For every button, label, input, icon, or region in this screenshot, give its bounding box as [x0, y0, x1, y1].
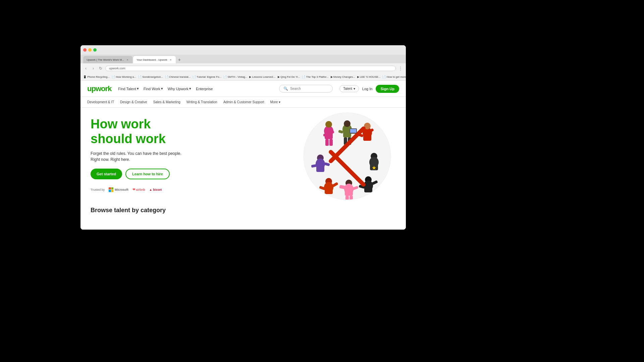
hero-title-line1: How work — [91, 117, 218, 132]
tab-dashboard[interactable]: Your Dashboard - Upwork × — [133, 56, 176, 63]
search-icon: 🔍 — [283, 86, 288, 91]
tab-2-label: Your Dashboard - Upwork — [137, 58, 167, 61]
browser-window: Upwork | The World's Work M... × Your Da… — [80, 45, 406, 230]
svg-rect-42 — [345, 196, 349, 201]
ms-grid-icon — [109, 187, 113, 192]
back-button[interactable]: ‹ — [83, 66, 89, 71]
bookmarks-bar: 📱 Phone Recycling... 📄 How Working a... … — [80, 73, 406, 81]
talent-label: Talent — [343, 87, 352, 90]
search-bar[interactable]: 🔍 — [279, 85, 333, 93]
bookmark-12[interactable]: 📄 How to get more... — [382, 75, 406, 78]
ms-sq-1 — [109, 187, 111, 190]
hero-buttons: Get started Learn how to hire — [91, 169, 218, 179]
svg-rect-43 — [350, 196, 353, 201]
tab-upwork[interactable]: Upwork | The World's Work M... × — [83, 56, 132, 63]
svg-point-3 — [325, 121, 332, 128]
bookmark-4[interactable]: 📄 Chinese translat... — [165, 75, 191, 78]
find-work-dropdown-icon: ▾ — [161, 86, 163, 91]
talent-dropdown[interactable]: Talent ▾ — [339, 85, 359, 92]
svg-rect-8 — [329, 139, 333, 146]
svg-rect-46 — [364, 184, 372, 192]
search-input[interactable] — [290, 87, 328, 90]
talent-chevron-icon: ▾ — [354, 87, 355, 90]
maximize-button[interactable] — [93, 48, 97, 52]
svg-rect-5 — [323, 134, 328, 136]
airbnb-icon: ❤ — [132, 188, 135, 191]
address-bar: ‹ › ↻ upwork.com ⋮ — [80, 63, 406, 73]
svg-rect-20 — [363, 131, 371, 141]
hero-title-line2: should work — [91, 132, 218, 146]
new-tab-button[interactable]: + — [176, 57, 182, 63]
svg-text:★: ★ — [372, 165, 376, 171]
cat-more[interactable]: More ▾ — [270, 100, 281, 104]
hero-subtitle: Forget the old rules. You can have the b… — [91, 150, 218, 163]
ms-sq-3 — [109, 190, 111, 192]
nav-actions: Talent ▾ Log In Sign Up — [339, 85, 399, 93]
bookmark-11[interactable]: ▶ LEE 'S HOUSE... — [357, 75, 381, 78]
bisset-logo: ▲ bisset — [149, 188, 162, 191]
find-work-nav[interactable]: Find Work ▾ — [144, 86, 163, 91]
svg-rect-39 — [345, 188, 353, 196]
tab-2-close[interactable]: × — [169, 58, 172, 61]
page-content: upwork Find Talent ▾ Find Work ▾ Why Upw… — [80, 81, 406, 230]
why-upwork-dropdown-icon: ▾ — [189, 86, 191, 91]
bookmark-9[interactable]: 📄 The Top 3 Platfor... — [302, 75, 328, 78]
enterprise-label: Enterprise — [196, 87, 213, 91]
svg-rect-7 — [325, 139, 329, 146]
browser-titlebar — [80, 45, 406, 55]
cat-writing[interactable]: Writing & Translation — [186, 100, 217, 104]
bookmark-3[interactable]: 📄 Sonderangebot... — [138, 75, 163, 78]
find-work-label: Find Work — [144, 87, 160, 91]
hero-section: How work should work Forget the old rule… — [80, 108, 406, 201]
bisset-text: ▲ bisset — [149, 188, 162, 191]
get-started-button[interactable]: Get started — [91, 169, 122, 179]
find-talent-nav[interactable]: Find Talent ▾ — [118, 86, 139, 91]
upwork-logo[interactable]: upwork — [87, 84, 111, 93]
microsoft-text: Microsoft — [115, 188, 128, 191]
tab-1-close[interactable]: × — [126, 58, 129, 61]
hero-svg: ★ — [302, 111, 392, 201]
airbnb-logo: ❤ airbnb — [132, 188, 145, 191]
bookmark-8[interactable]: ▶ Qing Fei De Yi... — [278, 75, 300, 78]
bookmark-6[interactable]: 📄 SMTH - Vintag... — [223, 75, 247, 78]
bookmark-5[interactable]: 📄 Tutorial: Eigene Fo... — [193, 75, 221, 78]
why-upwork-label: Why Upwork — [168, 87, 189, 91]
hero-subtitle-line2: Right now. Right here. — [91, 157, 218, 163]
close-button[interactable] — [83, 48, 87, 52]
bookmark-2[interactable]: 📄 How Working a... — [112, 75, 136, 78]
cat-more-label: More — [270, 100, 278, 104]
cat-dev-it[interactable]: Development & IT — [87, 100, 114, 104]
extensions-button[interactable]: ⋮ — [398, 66, 403, 71]
forward-button[interactable]: › — [91, 66, 96, 71]
hero-subtitle-line1: Forget the old rules. You can have the b… — [91, 150, 218, 157]
cat-more-icon: ▾ — [279, 100, 280, 104]
ms-sq-4 — [111, 190, 114, 192]
find-talent-dropdown-icon: ▾ — [137, 86, 139, 91]
category-nav: Development & IT Design & Creative Sales… — [80, 97, 406, 108]
svg-rect-34 — [325, 186, 333, 194]
url-bar[interactable]: upwork.com — [105, 66, 396, 71]
bookmark-1[interactable]: 📱 Phone Recycling... — [83, 75, 110, 78]
svg-rect-17 — [350, 129, 356, 133]
cat-sales[interactable]: Sales & Marketing — [153, 100, 180, 104]
hero-title: How work should work — [91, 117, 218, 146]
airbnb-text: airbnb — [136, 188, 145, 191]
minimize-button[interactable] — [88, 48, 92, 52]
tab-1-label: Upwork | The World's Work M... — [87, 58, 124, 61]
cat-design[interactable]: Design & Creative — [120, 100, 147, 104]
svg-point-10 — [344, 120, 351, 127]
main-navbar: upwork Find Talent ▾ Find Work ▾ Why Upw… — [80, 81, 406, 97]
learn-how-button[interactable]: Learn how to hire — [125, 169, 170, 179]
cat-admin[interactable]: Admin & Customer Support — [223, 100, 264, 104]
bookmark-10[interactable]: ▶ Money Changes... — [331, 75, 355, 78]
why-upwork-nav[interactable]: Why Upwork ▾ — [168, 86, 191, 91]
bookmark-7[interactable]: ▶ Lessons Learned:... — [249, 75, 276, 78]
svg-rect-25 — [316, 163, 324, 172]
login-button[interactable]: Log In — [362, 87, 373, 91]
ms-sq-2 — [111, 187, 114, 190]
signup-button[interactable]: Sign Up — [376, 85, 399, 93]
refresh-button[interactable]: ↻ — [98, 66, 103, 71]
enterprise-nav[interactable]: Enterprise — [196, 87, 213, 91]
hero-illustration: ★ — [302, 111, 399, 208]
trusted-section: Trusted by Microsoft — [91, 187, 218, 192]
